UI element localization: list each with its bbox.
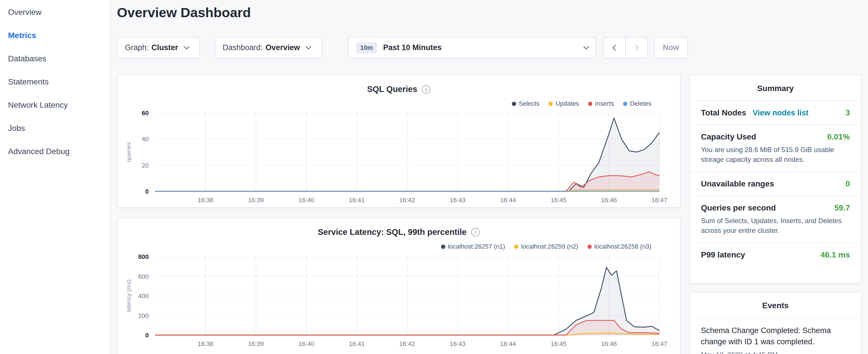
sidebar-item-jobs[interactable]: Jobs [0, 117, 110, 140]
svg-text:16:47: 16:47 [651, 196, 667, 204]
graph-dropdown[interactable]: Graph: Cluster [117, 37, 200, 58]
events-title: Events [690, 292, 861, 318]
summary-row-unavailable-ranges: Unavailable ranges 0 [690, 171, 861, 196]
chart-plot[interactable]: 020406016:3816:3916:4016:4116:4216:4316:… [118, 75, 681, 208]
summary-row-label: Unavailable ranges [701, 179, 774, 189]
summary-row-value: 0 [845, 179, 850, 189]
sidebar-item-overview[interactable]: Overview [0, 1, 110, 24]
chevron-left-icon [612, 45, 618, 51]
events-panel: Events Schema Change Completed: Schema c… [689, 292, 861, 354]
summary-row-description: You are using 28.6 MiB of 515.9 GiB usab… [701, 145, 850, 164]
summary-row-label: Queries per second [701, 203, 776, 213]
time-step-buttons [603, 37, 648, 58]
svg-text:16:45: 16:45 [551, 340, 566, 347]
dashboard-dropdown-label: Dashboard: [223, 43, 263, 52]
service-latency-chart-card: Service Latency: SQL, 99th percentile lo… [117, 218, 681, 354]
svg-text:16:44: 16:44 [500, 196, 516, 204]
chevron-right-icon [633, 45, 639, 51]
summary-row-capacity-used: Capacity Used 0.01% You are using 28.6 M… [690, 125, 861, 171]
event-timestamp: May 13, 2020 at 4:45 PM [701, 351, 850, 354]
svg-text:16:38: 16:38 [197, 196, 213, 204]
summary-row-total-nodes: Total Nodes View nodes list 3 [690, 100, 861, 125]
summary-row-description: Sum of Selects, Updates, Inserts, and De… [701, 216, 850, 235]
svg-text:16:47: 16:47 [651, 340, 667, 347]
sidebar: Overview Metrics Databases Statements Ne… [0, 0, 110, 354]
svg-text:16:43: 16:43 [450, 196, 465, 204]
summary-row-p99-latency: P99 latency 46.1 ms [690, 243, 861, 267]
time-next-button[interactable] [625, 37, 648, 58]
svg-text:16:46: 16:46 [601, 340, 617, 347]
svg-text:16:41: 16:41 [349, 340, 365, 347]
chevron-down-icon [306, 43, 311, 50]
summary-row-queries-per-second: Queries per second 59.7 Sum of Selects, … [690, 196, 861, 243]
svg-text:800: 800 [138, 253, 149, 260]
summary-row-value: 46.1 ms [820, 250, 850, 259]
chevron-down-icon [583, 43, 589, 50]
now-button[interactable]: Now [654, 37, 688, 58]
toolbar: Graph: Cluster Dashboard: Overview 10m P… [117, 37, 688, 58]
graph-dropdown-label: Graph: [125, 43, 149, 52]
summary-row-value: 3 [845, 108, 850, 118]
summary-panel: Summary Total Nodes View nodes list 3 Ca… [689, 75, 861, 284]
svg-text:16:40: 16:40 [298, 340, 314, 347]
svg-text:0: 0 [145, 332, 149, 339]
event-message: Schema Change Completed: Schema change w… [701, 325, 850, 347]
svg-text:600: 600 [138, 273, 149, 280]
graph-dropdown-value: Cluster [152, 43, 178, 52]
svg-text:16:42: 16:42 [399, 340, 415, 347]
time-prev-button[interactable] [603, 37, 626, 58]
summary-row-value: 0.01% [827, 132, 850, 141]
svg-text:20: 20 [142, 162, 149, 169]
dashboard-dropdown-value: Overview [266, 43, 300, 52]
svg-text:0: 0 [145, 188, 149, 195]
svg-text:16:43: 16:43 [450, 340, 465, 347]
svg-text:16:42: 16:42 [399, 196, 415, 204]
svg-text:latency (ms): latency (ms) [125, 280, 132, 312]
summary-row-value: 59.7 [834, 203, 850, 213]
dashboard-dropdown[interactable]: Dashboard: Overview [215, 37, 323, 58]
svg-text:16:45: 16:45 [551, 196, 566, 204]
sidebar-item-metrics[interactable]: Metrics [0, 24, 110, 47]
svg-text:400: 400 [138, 292, 149, 299]
chart-plot[interactable]: 020040060080016:3816:3916:4016:4116:4216… [118, 218, 681, 354]
sidebar-item-statements[interactable]: Statements [0, 70, 110, 93]
svg-text:16:39: 16:39 [248, 340, 264, 347]
sidebar-item-advanced-debug[interactable]: Advanced Debug [0, 140, 110, 163]
svg-text:60: 60 [142, 109, 149, 117]
svg-text:16:46: 16:46 [601, 196, 617, 204]
svg-text:40: 40 [142, 135, 149, 142]
summary-row-label: P99 latency [701, 250, 745, 259]
svg-text:16:41: 16:41 [349, 196, 365, 204]
sql-queries-chart-card: SQL Queries SelectsUpdatesInsertsDeletes… [117, 75, 681, 207]
svg-text:queries: queries [125, 142, 132, 162]
page: Overview Metrics Databases Statements Ne… [0, 0, 868, 354]
svg-text:16:39: 16:39 [248, 196, 264, 204]
time-range-badge: 10m [356, 42, 377, 53]
svg-text:16:38: 16:38 [197, 340, 213, 347]
view-nodes-list-link[interactable]: View nodes list [753, 108, 809, 117]
chevron-down-icon [183, 43, 189, 50]
time-range-selector[interactable]: 10m Past 10 Minutes [348, 37, 596, 58]
sidebar-item-databases[interactable]: Databases [0, 47, 110, 70]
sidebar-item-network-latency[interactable]: Network Latency [0, 93, 110, 117]
summary-row-label: Total Nodes [701, 108, 746, 117]
event-item[interactable]: Schema Change Completed: Schema change w… [690, 318, 861, 354]
svg-text:16:40: 16:40 [298, 196, 314, 204]
summary-row-label: Capacity Used [701, 132, 756, 141]
svg-text:16:44: 16:44 [500, 340, 516, 347]
summary-title: Summary [690, 75, 861, 100]
time-range-value: Past 10 Minutes [383, 43, 442, 52]
svg-text:200: 200 [138, 312, 149, 319]
page-title: Overview Dashboard [117, 5, 251, 20]
